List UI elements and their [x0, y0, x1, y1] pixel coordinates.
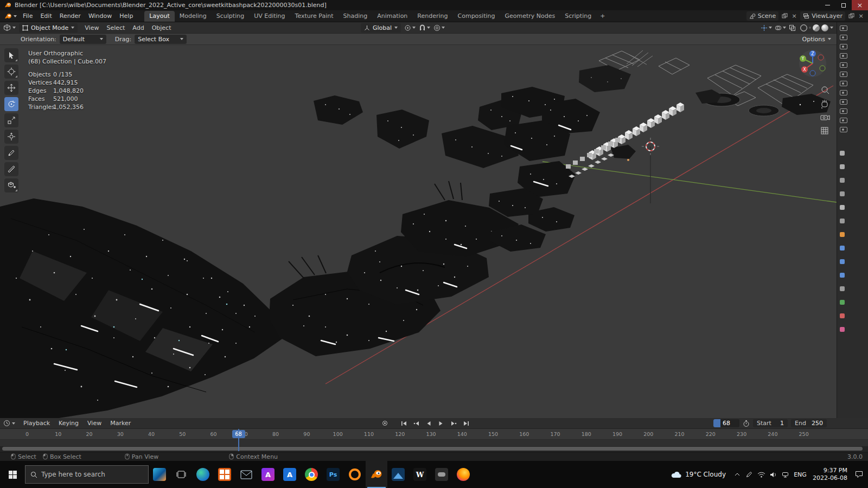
tool-transform[interactable]	[4, 130, 18, 144]
drag-setting-dropdown[interactable]: Select Box	[135, 35, 187, 44]
show-gizmos-toggle[interactable]	[761, 24, 772, 31]
workspace-tab[interactable]: Texture Paint	[290, 11, 339, 22]
controller-icon[interactable]	[431, 461, 452, 488]
properties-tab-icon[interactable]	[840, 273, 845, 278]
end-frame-field[interactable]: End 250	[791, 419, 827, 427]
viewport-menu-item[interactable]: Select	[103, 22, 129, 34]
editor-icon[interactable]	[840, 99, 847, 105]
timeline-menu-item[interactable]: Playback	[20, 418, 54, 428]
tool-rotate[interactable]	[4, 97, 18, 111]
tool-scale[interactable]	[4, 113, 18, 127]
start-frame-field[interactable]: Start 1	[753, 419, 788, 427]
properties-tab-icon[interactable]	[840, 232, 845, 237]
remove-viewlayer-button[interactable]: ×	[857, 12, 865, 20]
editor-icon[interactable]	[840, 108, 847, 114]
shading-solid-button[interactable]	[809, 27, 811, 29]
properties-tab-icon[interactable]	[840, 164, 845, 169]
play-reverse-button[interactable]	[424, 420, 433, 427]
close-button[interactable]: ×	[852, 0, 868, 10]
timeline-ruler[interactable]: 0102030405060708090100110120130140150160…	[0, 429, 868, 440]
properties-tab-icon[interactable]	[840, 313, 845, 318]
editor-type-selector[interactable]	[3, 24, 16, 31]
viewport-menu-item[interactable]: Object	[148, 22, 175, 34]
topbar-menu-item[interactable]: File	[19, 10, 36, 22]
timeline-track[interactable]	[0, 440, 868, 451]
properties-tab-icon[interactable]	[840, 205, 845, 210]
transform-orientation-dropdown[interactable]: Global	[361, 23, 401, 33]
viewlayer-selector[interactable]: ViewLayer	[800, 11, 845, 21]
topbar-menu-item[interactable]: Edit	[36, 10, 55, 22]
scene-selector[interactable]: Scene	[746, 11, 779, 21]
topbar-menu-item[interactable]: Help	[116, 10, 137, 22]
editor-icon[interactable]	[840, 35, 847, 40]
xray-toggle[interactable]	[789, 24, 796, 31]
edge-icon[interactable]	[192, 461, 214, 488]
weather-widget[interactable]: 19°C Cloudy	[666, 461, 731, 488]
delete-scene-button[interactable]: ×	[790, 12, 798, 20]
properties-tab-icon[interactable]	[840, 259, 845, 264]
search-input[interactable]	[41, 471, 128, 478]
editor-icon[interactable]	[840, 53, 847, 59]
start-button[interactable]	[0, 461, 25, 488]
minimize-button[interactable]	[819, 0, 835, 10]
blender-menu-button[interactable]	[0, 12, 19, 20]
viewport-3d[interactable]: Z Y X	[0, 45, 837, 418]
editor-icon[interactable]	[840, 25, 847, 31]
properties-tab-icon[interactable]	[840, 219, 845, 223]
pivot-point-dropdown[interactable]	[404, 24, 416, 31]
timeline-editor-selector[interactable]	[3, 420, 15, 427]
timeline-menu-item[interactable]: View	[84, 418, 105, 428]
workspace-tab[interactable]: Scripting	[560, 11, 596, 22]
add-workspace-button[interactable]: +	[596, 11, 609, 21]
app-a-blue-icon[interactable]: A	[279, 461, 301, 488]
usb-icon[interactable]	[779, 461, 791, 488]
editor-icon[interactable]	[840, 72, 847, 77]
tool-annotate[interactable]	[4, 146, 18, 160]
workspace-tab[interactable]: Modeling	[175, 11, 212, 22]
editor-icon[interactable]	[840, 90, 847, 95]
photos-icon[interactable]	[387, 461, 409, 488]
viewport-canvas[interactable]: Z Y X	[0, 45, 837, 418]
properties-tab-icon[interactable]	[840, 246, 845, 251]
maximize-button[interactable]	[835, 0, 852, 10]
properties-tab-icon[interactable]	[840, 300, 845, 305]
wikipedia-icon[interactable]: W	[409, 461, 431, 488]
next-keyframe-button[interactable]	[449, 420, 458, 427]
store-icon[interactable]	[214, 461, 235, 488]
jump-to-end-button[interactable]	[461, 420, 471, 427]
volume-icon[interactable]	[767, 461, 779, 488]
properties-tab-icon[interactable]	[840, 151, 845, 156]
orientation-setting-dropdown[interactable]: Default	[60, 35, 106, 44]
news-widget-icon[interactable]	[149, 461, 170, 488]
shading-wireframe-button[interactable]	[800, 24, 807, 31]
topbar-menu-item[interactable]: Render	[56, 10, 85, 22]
hidden-icons-chevron[interactable]	[731, 461, 743, 488]
tool-add-cube[interactable]	[4, 178, 18, 192]
workspace-tab[interactable]: Animation	[372, 11, 412, 22]
timeline-scrollbar[interactable]	[0, 446, 868, 451]
action-center-icon[interactable]	[850, 461, 868, 488]
current-frame-field[interactable]: 68	[713, 419, 739, 427]
pen-icon[interactable]	[743, 461, 755, 488]
taskbar-search[interactable]	[25, 465, 149, 484]
mode-dropdown[interactable]: Object Mode	[19, 23, 78, 33]
tool-measure[interactable]	[4, 162, 18, 176]
properties-tab-icon[interactable]	[840, 178, 845, 183]
browser-icon[interactable]	[452, 461, 474, 488]
navigation-gizmo[interactable]: Z Y X	[799, 50, 826, 77]
play-button[interactable]	[436, 420, 446, 427]
timeline-menu-item[interactable]: Keying	[55, 418, 82, 428]
workspace-tab[interactable]: UV Editing	[249, 11, 290, 22]
blender-taskbar-icon[interactable]	[366, 461, 387, 488]
workspace-tab[interactable]: Geometry Nodes	[500, 11, 560, 22]
photoshop-icon[interactable]: Ps	[322, 461, 344, 488]
language-indicator[interactable]: ENG	[791, 471, 809, 478]
properties-tab-icon[interactable]	[840, 327, 845, 332]
stopwatch-icon[interactable]	[743, 420, 750, 427]
snap-dropdown[interactable]	[419, 24, 430, 31]
auto-key-toggle[interactable]	[380, 420, 390, 427]
editor-icon[interactable]	[840, 118, 847, 123]
add-viewlayer-button[interactable]	[847, 13, 855, 19]
editor-icon[interactable]	[840, 127, 847, 132]
timeline-menu-item[interactable]: Marker	[106, 418, 135, 428]
